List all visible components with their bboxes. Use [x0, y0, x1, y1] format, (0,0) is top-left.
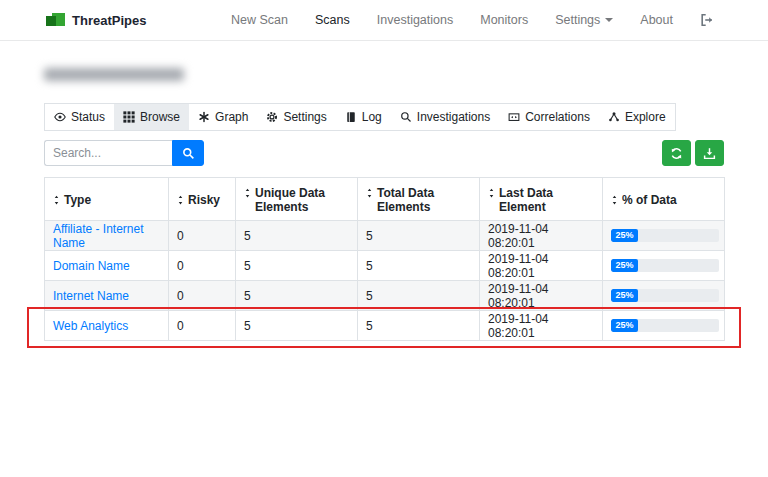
column-header-risky[interactable]: Risky [169, 178, 236, 221]
top-navbar: ThreatPipes New Scan Scans Investigation… [0, 0, 768, 41]
nav-item-about[interactable]: About [640, 13, 673, 27]
tab-graph[interactable]: Graph [189, 104, 257, 130]
journal-icon [345, 111, 357, 123]
progress-bar: 25% [611, 229, 719, 242]
sort-icon [177, 195, 184, 205]
type-link[interactable]: Web Analytics [45, 311, 169, 341]
type-link[interactable]: Affiliate - Internet Name [45, 221, 169, 251]
tab-browse[interactable]: Browse [114, 104, 189, 130]
progress-fill: 25% [611, 289, 638, 302]
magnifier-icon [400, 111, 412, 123]
type-link[interactable]: Internet Name [45, 281, 169, 311]
brand-logo-link[interactable]: ThreatPipes [46, 13, 146, 28]
table-row: Internet Name 0 5 5 2019-11-04 08:20:01 … [45, 281, 725, 311]
brand-name: ThreatPipes [72, 13, 146, 28]
nav-item-investigations[interactable]: Investigations [377, 13, 453, 27]
column-header-last-data-element[interactable]: Last Data Element [480, 178, 603, 221]
gear-icon [266, 111, 278, 123]
percent-cell: 25% [603, 311, 725, 341]
nav-item-settings[interactable]: Settings [555, 13, 613, 27]
progress-bar: 25% [611, 319, 719, 332]
progress-fill: 25% [611, 229, 638, 242]
sort-icon [611, 195, 618, 205]
last-data-element-cell: 2019-11-04 08:20:01 [480, 281, 603, 311]
eye-icon [54, 111, 66, 123]
tab-explore[interactable]: Explore [599, 104, 675, 130]
total-data-elements-cell: 5 [358, 221, 480, 251]
nav-item-new-scan[interactable]: New Scan [231, 13, 288, 27]
browse-results-table: Type Risky Unique Data Elements Total Da… [44, 177, 725, 341]
tab-log[interactable]: Log [336, 104, 391, 130]
tab-correlations[interactable]: Correlations [499, 104, 599, 130]
unique-data-elements-cell: 5 [236, 251, 358, 281]
unique-data-elements-cell: 5 [236, 221, 358, 251]
nav-links: New Scan Scans Investigations Monitors S… [231, 13, 714, 27]
refresh-icon [670, 147, 683, 160]
sort-icon [366, 188, 373, 198]
table-row-highlighted: Web Analytics 0 5 5 2019-11-04 08:20:01 … [45, 311, 725, 341]
last-data-element-cell: 2019-11-04 08:20:01 [480, 251, 603, 281]
percent-cell: 25% [603, 221, 725, 251]
sort-icon [244, 188, 251, 198]
scan-tabbar: Status Browse Graph Settings [44, 103, 676, 131]
table-row: Affiliate - Internet Name 0 5 5 2019-11-… [45, 221, 725, 251]
table-toolbar [44, 140, 724, 166]
sign-out-button[interactable] [700, 13, 714, 27]
search-icon [182, 147, 195, 160]
type-link[interactable]: Domain Name [45, 251, 169, 281]
last-data-element-cell: 2019-11-04 08:20:01 [480, 221, 603, 251]
nav-item-scans[interactable]: Scans [315, 13, 350, 27]
search-button[interactable] [172, 140, 204, 166]
progress-fill: 25% [611, 319, 638, 332]
chevron-down-icon [605, 18, 613, 22]
column-header-total-data-elements[interactable]: Total Data Elements [358, 178, 480, 221]
sort-icon [488, 188, 495, 198]
column-header-percent-of-data[interactable]: % of Data [603, 178, 725, 221]
risky-cell: 0 [169, 221, 236, 251]
tab-settings[interactable]: Settings [257, 104, 335, 130]
redacted-scan-title [44, 68, 184, 81]
asterisk-icon [198, 111, 210, 123]
risky-cell: 0 [169, 311, 236, 341]
progress-bar: 25% [611, 259, 719, 272]
column-header-unique-data-elements[interactable]: Unique Data Elements [236, 178, 358, 221]
total-data-elements-cell: 5 [358, 251, 480, 281]
table-header-row: Type Risky Unique Data Elements Total Da… [45, 178, 725, 221]
search-input[interactable] [44, 140, 172, 166]
download-button[interactable] [695, 140, 724, 166]
risky-cell: 0 [169, 281, 236, 311]
threatpipes-logo-icon [46, 13, 65, 28]
download-icon [703, 147, 716, 160]
progress-fill: 25% [611, 259, 638, 272]
refresh-button[interactable] [662, 140, 691, 166]
column-header-type[interactable]: Type [45, 178, 169, 221]
percent-cell: 25% [603, 251, 725, 281]
table-row: Domain Name 0 5 5 2019-11-04 08:20:01 25… [45, 251, 725, 281]
unique-data-elements-cell: 5 [236, 281, 358, 311]
total-data-elements-cell: 5 [358, 311, 480, 341]
percent-cell: 25% [603, 281, 725, 311]
network-icon [608, 111, 620, 123]
grid-icon [123, 111, 135, 123]
last-data-element-cell: 2019-11-04 08:20:01 [480, 311, 603, 341]
total-data-elements-cell: 5 [358, 281, 480, 311]
sign-out-icon [700, 13, 714, 27]
tab-status[interactable]: Status [45, 104, 114, 130]
progress-bar: 25% [611, 289, 719, 302]
nav-item-monitors[interactable]: Monitors [480, 13, 528, 27]
unique-data-elements-cell: 5 [236, 311, 358, 341]
risky-cell: 0 [169, 251, 236, 281]
sort-icon [53, 195, 60, 205]
tab-investigations[interactable]: Investigations [391, 104, 499, 130]
correlations-icon [508, 111, 520, 123]
